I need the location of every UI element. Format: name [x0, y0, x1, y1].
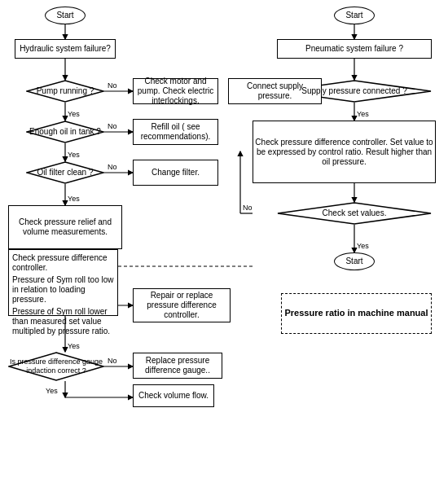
svg-text:Yes: Yes [68, 151, 80, 159]
check-set-values-diamond: Check set values. [277, 202, 432, 225]
svg-text:No: No [108, 357, 117, 365]
check-pressure-relief-box: Check pressure relief and volume measure… [8, 205, 122, 249]
change-filter-box: Change filter. [133, 160, 218, 186]
check-volume-box: Check volume flow. [133, 384, 214, 407]
svg-text:No: No [108, 122, 117, 130]
svg-text:Yes: Yes [68, 110, 80, 118]
pneumatic-failure-box: Pneumatic system failure ? [277, 39, 432, 59]
svg-text:No: No [243, 204, 253, 212]
repair-replace-box: Repair or replace pressure difference co… [133, 288, 231, 322]
start-oval-right: Start [334, 7, 375, 24]
svg-text:Yes: Yes [357, 242, 369, 250]
check-motor-box: Check motor and pump. Check electric int… [133, 78, 218, 104]
oil-filter-diamond: Oil filter clean ? [26, 161, 104, 184]
refill-oil-box: Refill oil ( see recommendations). [133, 119, 218, 145]
replace-gauge-box: Replace pressure difference gauge.. [133, 353, 222, 379]
svg-text:Yes: Yes [68, 342, 80, 350]
hydraulic-failure-box: Hydraulic system failure? [15, 39, 116, 59]
start-oval-left: Start [45, 7, 86, 24]
svg-text:Yes: Yes [357, 110, 369, 118]
enough-oil-diamond: Enough oil in tank ? [26, 121, 104, 143]
svg-text:No: No [108, 163, 117, 171]
svg-text:Yes: Yes [46, 387, 58, 395]
check-pressure-diff-box: Check pressure difference controller. Pr… [8, 249, 118, 316]
check-pressure-diff-ctrl-box: Check pressure difference controller. Se… [253, 121, 436, 183]
pump-running-diamond: Pump running ? [26, 80, 104, 103]
flowchart: No Yes No Yes No Yes No Yes No Yes [0, 0, 448, 500]
gauge-correct-diamond: Is pressure difference gauge indaction c… [8, 352, 104, 381]
pressure-ratio-box: Pressure ratio in machine manual [281, 293, 432, 334]
svg-text:Yes: Yes [68, 195, 80, 203]
start-oval-right-bottom: Start [334, 252, 375, 270]
svg-text:No: No [108, 81, 117, 90]
